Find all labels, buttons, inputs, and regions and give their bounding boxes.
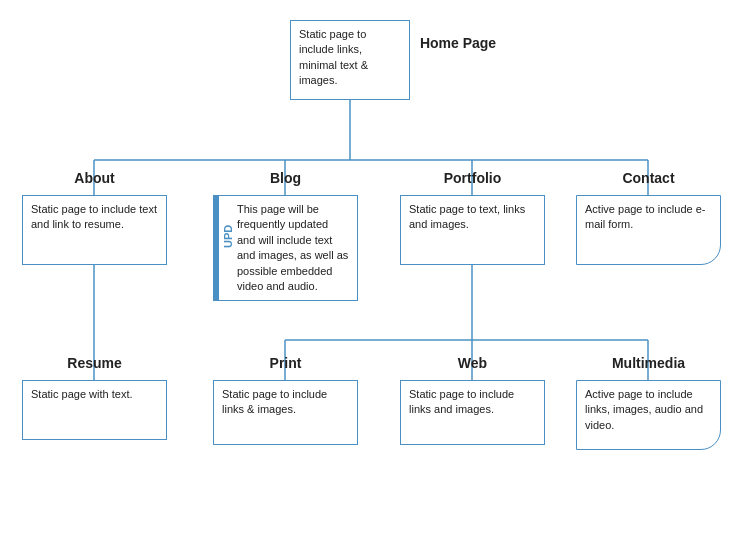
web-node: Static page to include links and images. [400, 380, 545, 445]
site-map-diagram: Static page to include links, minimal te… [0, 0, 750, 533]
portfolio-label: Portfolio [400, 170, 545, 186]
contact-label: Contact [576, 170, 721, 186]
multimedia-description: Active page to include links, images, au… [585, 388, 703, 431]
portfolio-node: Static page to text, links and images. [400, 195, 545, 265]
print-label: Print [213, 355, 358, 371]
contact-node: Active page to include e-mail form. [576, 195, 721, 265]
home-node: Static page to include links, minimal te… [290, 20, 410, 100]
resume-node: Static page with text. [22, 380, 167, 440]
print-description: Static page to include links & images. [222, 388, 327, 415]
multimedia-label: Multimedia [576, 355, 721, 371]
resume-description: Static page with text. [31, 388, 133, 400]
blog-node: UPD This page will be frequently updated… [213, 195, 358, 301]
web-label: Web [400, 355, 545, 371]
print-node: Static page to include links & images. [213, 380, 358, 445]
home-description: Static page to include links, minimal te… [299, 28, 368, 86]
home-label: Home Page [418, 35, 498, 51]
about-description: Static page to include text and link to … [31, 203, 157, 230]
resume-label: Resume [22, 355, 167, 371]
portfolio-description: Static page to text, links and images. [409, 203, 525, 230]
about-label: About [22, 170, 167, 186]
web-description: Static page to include links and images. [409, 388, 514, 415]
blog-description: This page will be frequently updated and… [237, 202, 349, 294]
upd-label: UPD [221, 206, 236, 266]
contact-description: Active page to include e-mail form. [585, 203, 705, 230]
blog-label: Blog [213, 170, 358, 186]
about-node: Static page to include text and link to … [22, 195, 167, 265]
multimedia-node: Active page to include links, images, au… [576, 380, 721, 450]
